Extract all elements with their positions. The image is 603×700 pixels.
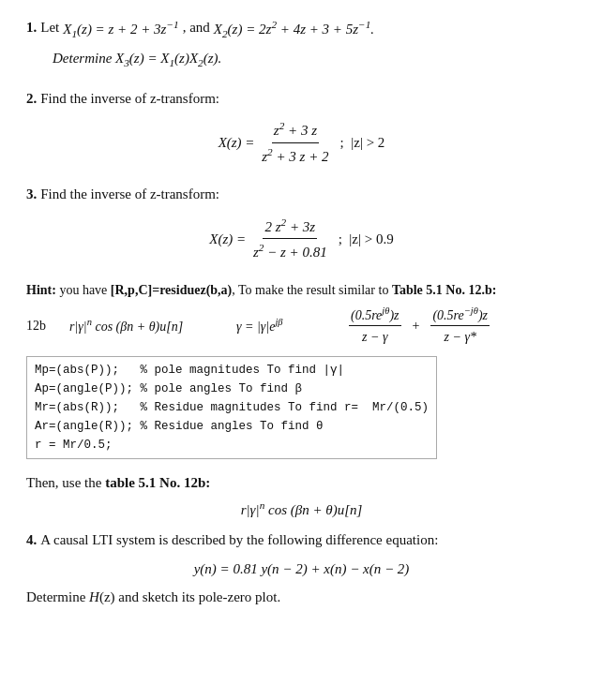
problem-3-condition: ; |z| > 0.9 — [339, 229, 394, 250]
problem-4: 4. A causal LTI system is described by t… — [26, 529, 577, 608]
problem-2-fraction: z2 + 3 z z2 + 3 z + 2 — [260, 118, 330, 167]
problem-1-statement: 1. Let X1(z) = z + 2 + 3z−1 , and X2(z) … — [26, 17, 577, 42]
hint-frac2: (0.5re−jθ)z z − γ* — [430, 304, 490, 348]
problem-2-Xz-label: X(z) = — [219, 132, 259, 154]
problem-2-numerator: z2 + 3 z — [272, 118, 319, 143]
problem-3: 3. Find the inverse of z-transform: X(z)… — [26, 184, 577, 263]
problem-4-equation: y(n) = 0.81 y(n − 2) + x(n) − x(n − 2) — [26, 559, 577, 580]
hint-r-formula: r|γ|n cos (βn + θ)u[n] — [69, 315, 219, 336]
problem-1-x2: X2(z) = 2z2 + 4z + 3 + 5z−1. — [214, 17, 374, 42]
hint-code-block: Mp=(abs(P)); % pole magnitudes To find |… — [26, 352, 577, 463]
hint-frac2-num: (0.5re−jθ)z — [430, 304, 490, 327]
problem-4-text: A causal LTI system is described by the … — [40, 529, 438, 551]
problem-3-fraction: 2 z2 + 3z z2 − z + 0.81 — [251, 215, 329, 263]
problem-1-sub: Determine X3(z) = X1(z)X2(z). — [53, 48, 577, 71]
hint-formula-row: 12b r|γ|n cos (βn + θ)u[n] γ = |γ|ejβ (0… — [26, 304, 577, 348]
problem-2-number: 2. — [26, 88, 37, 110]
problem-2-text: Find the inverse of z-transform: — [40, 88, 219, 110]
hint-prefix: Hint: you have [R,p,C]=residuez(b,a), To… — [26, 283, 496, 297]
problem-3-number: 3. — [26, 184, 37, 205]
problem-1-connector: , and — [183, 17, 210, 38]
problem-3-numerator: 2 z2 + 3z — [263, 215, 317, 240]
then-formula: r|γ|n cos (βn + θ)u[n] — [241, 498, 363, 521]
problem-2-condition: ; |z| > 2 — [340, 132, 385, 154]
then-formula-block: r|γ|n cos (βn + θ)u[n] — [26, 498, 577, 521]
problem-2-denominator: z2 + 3 z + 2 — [260, 143, 330, 168]
problem-2: 2. Find the inverse of z-transform: X(z)… — [26, 88, 577, 168]
problem-3-text: Find the inverse of z-transform: — [40, 184, 219, 205]
hint-plus: + — [413, 316, 420, 335]
problem-4-header: 4. A causal LTI system is described by t… — [26, 529, 577, 551]
problem-1-x1: X1(z) = z + 2 + 3z−1 — [63, 17, 178, 42]
problem-3-denominator: z2 − z + 0.81 — [251, 239, 329, 263]
problem-1: 1. Let X1(z) = z + 2 + 3z−1 , and X2(z) … — [26, 17, 577, 71]
hint-code: Mp=(abs(P)); % pole magnitudes To find |… — [26, 356, 437, 459]
problem-4-number: 4. — [26, 529, 37, 551]
problem-1-text-before: Let — [40, 17, 59, 38]
then-text: Then, use the table 5.1 No. 12b: — [26, 475, 210, 490]
hint-section: Hint: you have [R,p,C]=residuez(b,a), To… — [26, 280, 577, 521]
then-section: Then, use the table 5.1 No. 12b: — [26, 472, 577, 494]
hint-frac1: (0.5rejθ)z z − γ — [349, 304, 401, 348]
hint-fractions: (0.5rejθ)z z − γ + (0.5re−jθ)z z − γ* — [347, 304, 491, 348]
problem-3-header: 3. Find the inverse of z-transform: — [26, 184, 577, 205]
problem-2-formula: X(z) = z2 + 3 z z2 + 3 z + 2 ; |z| > 2 — [26, 118, 577, 167]
hint-text: Hint: you have [R,p,C]=residuez(b,a), To… — [26, 280, 577, 300]
problem-4-eq-text: y(n) = 0.81 y(n − 2) + x(n) − x(n − 2) — [194, 559, 410, 580]
problem-3-Xz-label: X(z) = — [209, 229, 249, 250]
problem-1-determine: Determine X3(z) = X1(z)X2(z). — [53, 51, 221, 66]
hint-frac2-den: z − γ* — [443, 326, 478, 347]
hint-frac1-den: z − γ — [360, 326, 389, 347]
problem-4-sub: Determine H(z) and sketch its pole-zero … — [26, 587, 577, 608]
hint-gamma-def: γ = |γ|ejβ — [236, 315, 330, 336]
problem-2-header: 2. Find the inverse of z-transform: — [26, 88, 577, 110]
problem-1-number: 1. — [26, 17, 37, 38]
problem-4-determine: Determine H(z) and sketch its pole-zero … — [26, 589, 280, 604]
problem-3-formula: X(z) = 2 z2 + 3z z2 − z + 0.81 ; |z| > 0… — [26, 215, 577, 263]
hint-frac1-num: (0.5rejθ)z — [349, 304, 401, 327]
hint-row-label: 12b — [26, 316, 53, 335]
